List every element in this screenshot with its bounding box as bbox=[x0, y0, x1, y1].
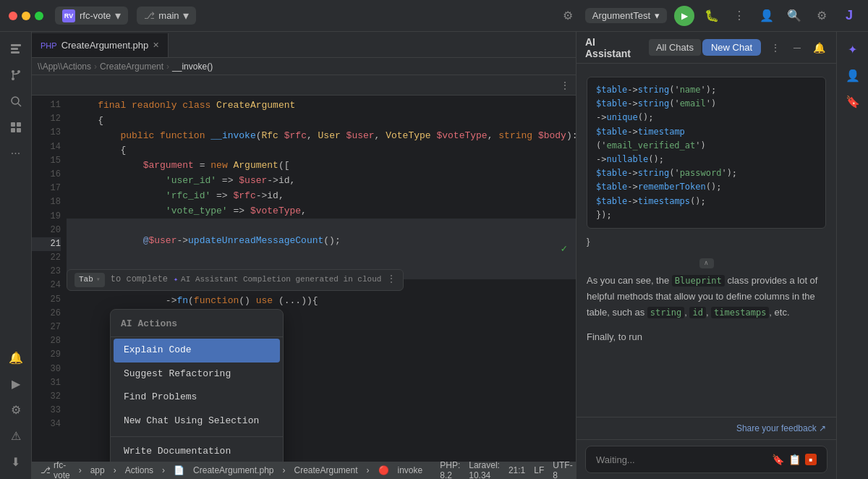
branch-name: main bbox=[158, 10, 179, 21]
ai-actions-header: AI Actions bbox=[111, 313, 283, 337]
ai-input[interactable]: Waiting... 🔖 📋 ■ bbox=[585, 446, 827, 473]
activity-more[interactable]: ··· bbox=[4, 142, 27, 165]
status-method[interactable]: invoke bbox=[398, 465, 423, 475]
close-button[interactable] bbox=[9, 12, 17, 20]
profile-icon[interactable]: 👤 bbox=[757, 6, 777, 26]
right-icon-ai[interactable]: ✦ bbox=[841, 38, 864, 61]
right-sidebar: ✦ 👤 🔖 bbox=[836, 32, 868, 479]
code-line-11: final readonly class CreateArgument bbox=[67, 98, 576, 114]
titlebar-actions: ⚙ ArgumentTest ▾ ▶ 🐛 ⋮ 👤 🔍 ⚙ J bbox=[558, 6, 859, 26]
bookmark-icon[interactable]: 🔖 bbox=[772, 454, 784, 465]
svg-rect-12 bbox=[17, 128, 21, 132]
code-line-close-paren: }); bbox=[596, 208, 817, 222]
menu-item-write-docs[interactable]: Write Documentation bbox=[114, 440, 280, 462]
status-line-ending[interactable]: LF bbox=[534, 465, 544, 475]
more-icon[interactable]: ⋮ bbox=[729, 6, 749, 26]
activity-run[interactable]: ▶ bbox=[4, 372, 27, 395]
checkmark-icon: ✓ bbox=[561, 241, 567, 257]
status-class[interactable]: CreateArgument bbox=[294, 465, 357, 475]
closing-brace: } bbox=[587, 236, 590, 247]
project-name: rfc-vote bbox=[80, 10, 111, 21]
status-sep4: › bbox=[282, 465, 285, 475]
svg-rect-9 bbox=[11, 122, 15, 127]
status-position[interactable]: 21:1 bbox=[509, 465, 525, 475]
feedback-bar[interactable]: Share your feedback ↗ bbox=[576, 417, 836, 439]
project-selector[interactable]: RV rfc-vote ▾ bbox=[55, 7, 128, 25]
run-button[interactable]: ▶ bbox=[674, 6, 694, 26]
ai-panel: AI Assistant All Chats New Chat ⋮ ─ 🔔 $t… bbox=[576, 32, 836, 479]
ai-star-icon: ✦ bbox=[174, 274, 178, 286]
code-menu-icon[interactable]: ⋮ bbox=[560, 80, 570, 91]
ai-panel-menu-icon[interactable]: ⋮ bbox=[767, 39, 784, 56]
tab-close-icon[interactable]: ✕ bbox=[153, 41, 159, 50]
svg-rect-2 bbox=[11, 51, 20, 54]
code-line-password: $table->string('password'); bbox=[596, 166, 817, 180]
breadcrumb-sep1: › bbox=[94, 62, 97, 72]
activity-terminal[interactable]: ⬇ bbox=[4, 450, 27, 473]
editor-tab-createargument[interactable]: PHP CreateArgument.php ✕ bbox=[32, 33, 169, 57]
maximize-button[interactable] bbox=[35, 12, 43, 20]
status-path-app[interactable]: app bbox=[90, 465, 105, 475]
ai-actions-menu: AI Actions Explain Code Suggest Refactor… bbox=[110, 309, 284, 462]
status-branch[interactable]: ⎇ rfc-vote bbox=[41, 460, 70, 479]
test-runner[interactable]: ArgumentTest ▾ bbox=[585, 8, 667, 23]
ai-panel-header: AI Assistant All Chats New Chat ⋮ ─ 🔔 bbox=[576, 32, 836, 64]
status-file[interactable]: CreateArgument.php bbox=[193, 465, 273, 475]
activity-search[interactable] bbox=[4, 90, 27, 113]
breadcrumb-method[interactable]: __invoke() bbox=[172, 62, 213, 72]
activity-settings2[interactable]: ⚙ bbox=[4, 398, 27, 421]
ai-panel-title: AI Assistant bbox=[585, 36, 643, 59]
activity-debug[interactable]: ⚠ bbox=[4, 424, 27, 447]
menu-item-suggest-refactoring[interactable]: Suggest Refactoring bbox=[114, 363, 280, 386]
ai-response-text2: Finally, to run bbox=[587, 329, 826, 345]
menu-item-new-chat[interactable]: New Chat Using Selection bbox=[114, 410, 280, 433]
ai-input-actions: 🔖 📋 ■ bbox=[772, 454, 817, 465]
code-line-email: $table->string('email') bbox=[596, 97, 817, 111]
collapse-icon[interactable]: ∧ bbox=[699, 258, 714, 268]
debug-icon[interactable]: 🐛 bbox=[702, 6, 722, 26]
ai-response-text: As you can see, the Blueprint class prov… bbox=[587, 273, 826, 321]
activity-vcs[interactable] bbox=[4, 64, 27, 87]
code-line-12: { bbox=[67, 114, 576, 129]
ai-panel-minimize-icon[interactable]: ─ bbox=[788, 39, 806, 56]
activity-explorer[interactable] bbox=[4, 38, 27, 61]
window-controls bbox=[9, 12, 43, 20]
menu-item-find-problems[interactable]: Find Problems bbox=[114, 386, 280, 410]
status-bar: ⎇ rfc-vote › app › Actions › 📄 CreateArg… bbox=[32, 462, 576, 479]
ai-tab-new-chat[interactable]: New Chat bbox=[702, 39, 761, 56]
gear-icon[interactable]: ⚙ bbox=[812, 6, 832, 26]
search-icon[interactable]: 🔍 bbox=[784, 6, 804, 26]
status-laravel[interactable]: Laravel: 10.34 bbox=[469, 460, 500, 479]
ai-panel-notify-icon[interactable]: 🔔 bbox=[810, 39, 827, 56]
branch-icon: ⎇ bbox=[41, 465, 51, 475]
completion-menu-icon[interactable]: ⋮ bbox=[387, 273, 396, 287]
status-php[interactable]: PHP: 8.2 bbox=[440, 460, 460, 479]
titlebar: RV rfc-vote ▾ ⎇ main ▾ ⚙ ArgumentTest ▾ … bbox=[0, 0, 868, 32]
tab-hint: Tab ▾ bbox=[75, 273, 105, 287]
ai-panel-tabs: All Chats New Chat bbox=[649, 39, 761, 56]
breadcrumb-class[interactable]: CreateArgument bbox=[100, 62, 163, 72]
settings-icon[interactable]: ⚙ bbox=[558, 6, 578, 26]
ai-chat-area: $table->string('name'); $table->string('… bbox=[576, 64, 836, 417]
collapse-btn[interactable]: ∧ bbox=[587, 258, 826, 268]
right-icon-person[interactable]: 👤 bbox=[841, 64, 864, 87]
minimize-button[interactable] bbox=[22, 12, 30, 20]
ai-input-area: Waiting... 🔖 📋 ■ bbox=[576, 439, 836, 479]
code-line-unique: ->unique(); bbox=[596, 111, 817, 124]
activity-notifications[interactable]: 🔔 bbox=[4, 346, 27, 369]
status-encoding[interactable]: UTF-8 bbox=[553, 460, 572, 479]
logo-icon[interactable]: J bbox=[839, 6, 859, 26]
code-line-name: $table->string('name'); bbox=[596, 83, 817, 97]
code-editor[interactable]: 1112131415 1617181920 21 2223242526 2728… bbox=[32, 96, 576, 462]
status-path-actions[interactable]: Actions bbox=[125, 465, 153, 475]
status-sep1: › bbox=[79, 465, 82, 475]
breadcrumb-actions[interactable]: \\App\\Actions bbox=[38, 62, 91, 72]
code-line-email-verified: ('email_verified_at') bbox=[596, 139, 817, 153]
branch-selector[interactable]: ⎇ main ▾ bbox=[137, 7, 195, 25]
copy-icon[interactable]: 📋 bbox=[788, 454, 801, 465]
ai-tab-all-chats[interactable]: All Chats bbox=[649, 39, 701, 56]
right-icon-bookmark[interactable]: 🔖 bbox=[841, 90, 864, 113]
menu-item-explain-code[interactable]: Explain Code bbox=[114, 339, 280, 363]
stop-button[interactable]: ■ bbox=[805, 454, 817, 465]
activity-plugins[interactable] bbox=[4, 116, 27, 139]
